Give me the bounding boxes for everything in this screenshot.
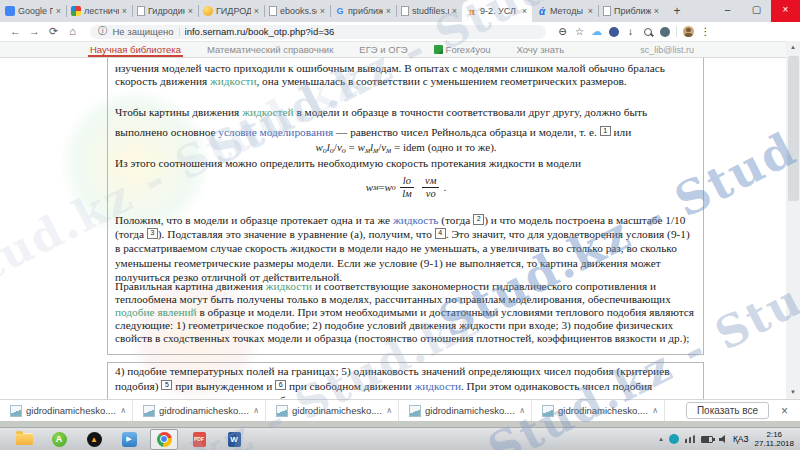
- download-filename: gidrodinamichesko....gif: [159, 405, 249, 416]
- reload-button[interactable]: ⟳: [44, 22, 63, 41]
- download-helper-extension-icon[interactable]: ↓: [622, 26, 639, 37]
- sitenav-math-reference[interactable]: Математический справочник: [207, 42, 333, 57]
- tab-close-icon[interactable]: ×: [188, 6, 193, 16]
- network-signal-icon[interactable]: [685, 435, 695, 443]
- window-maximize-button[interactable]: ▢: [742, 0, 771, 22]
- download-item[interactable]: gidrodinamichesko....gif ∧: [399, 400, 532, 421]
- formula-ref[interactable]: 4: [435, 228, 446, 239]
- download-menu-caret-icon[interactable]: ∧: [386, 406, 392, 415]
- address-bar[interactable]: ⓘ Не защищено info.sernam.ru/book_otp.ph…: [90, 25, 546, 39]
- taskbar-media-app-button[interactable]: ▲: [80, 429, 108, 450]
- scroll-down-arrow[interactable]: ▼: [786, 386, 800, 399]
- taskbar-green-app-button[interactable]: A: [45, 429, 73, 450]
- browser-menu-button[interactable]: ⋮: [697, 26, 714, 37]
- tab-close-icon[interactable]: ×: [452, 6, 457, 16]
- formula-ref[interactable]: 1: [600, 126, 611, 137]
- show-all-downloads-button[interactable]: Показать все: [686, 402, 769, 419]
- tab-label: Приближ: [614, 6, 651, 16]
- download-item[interactable]: gidrodinamichesko....gif ∧: [133, 400, 266, 421]
- round-icon: [609, 27, 619, 37]
- inline-link[interactable]: жидкости: [266, 280, 312, 292]
- inline-link[interactable]: жидкости: [210, 75, 256, 87]
- inline-link[interactable]: жидкости: [414, 380, 460, 392]
- tab-close-icon[interactable]: ×: [56, 6, 61, 16]
- taskbar-pdf-button[interactable]: PDF: [185, 429, 213, 450]
- scrollbar-thumb[interactable]: [788, 56, 799, 201]
- download-item[interactable]: gidrodinamichesko....gif ∧: [0, 400, 133, 421]
- formula-ref[interactable]: 6: [275, 380, 286, 391]
- taskbar-explorer-button[interactable]: [10, 429, 38, 450]
- tab-metody[interactable]: ά Методы ×: [532, 0, 598, 22]
- omnibox-divider: [179, 27, 180, 36]
- cloud-extension-icon[interactable]: ☁: [588, 25, 605, 38]
- inline-link[interactable]: жидкостей: [242, 106, 293, 118]
- taskbar-word-button[interactable]: W: [220, 429, 248, 450]
- paragraph-1: изучения моделей часто приходили к ошибо…: [115, 62, 697, 89]
- formula-ref[interactable]: 2: [473, 214, 484, 225]
- chrome-icon: [157, 432, 172, 447]
- taskbar-chrome-button[interactable]: [150, 429, 178, 450]
- tab-studfiles[interactable]: studfiles.n ×: [396, 0, 462, 22]
- sitenav-want-to-know[interactable]: Хочу знать: [517, 42, 565, 57]
- home-button[interactable]: ⌂: [63, 22, 82, 41]
- text-segment: .: [443, 181, 446, 193]
- tab-close-icon[interactable]: ×: [522, 6, 527, 16]
- tray-expand-icon[interactable]: ▴: [659, 435, 663, 443]
- back-button[interactable]: ←: [6, 22, 25, 41]
- text-segment: = idem (одно и то же).: [391, 141, 496, 153]
- tab-close-icon[interactable]: ×: [254, 6, 259, 16]
- tab-ebooks[interactable]: ebooks.se ×: [264, 0, 330, 22]
- new-tab-button[interactable]: +: [664, 0, 690, 22]
- formula-ref[interactable]: 3: [147, 228, 158, 239]
- inline-link[interactable]: условие моделирования: [218, 126, 333, 138]
- tab-google-translate[interactable]: Google П ×: [0, 0, 66, 22]
- tab-gidrodin[interactable]: Гидродин ×: [132, 0, 198, 22]
- tab-close-icon[interactable]: ×: [588, 6, 593, 16]
- text-segment: =: [346, 141, 358, 153]
- forward-button[interactable]: →: [25, 22, 44, 41]
- tray-clock[interactable]: 2:16 27.11.2018: [755, 430, 794, 448]
- tab-close-icon[interactable]: ×: [122, 6, 127, 16]
- tab-gidrodi[interactable]: ГИДРОДИ ×: [198, 0, 264, 22]
- tray-app-icon[interactable]: [669, 434, 679, 444]
- keyboard-language[interactable]: ҚАЗ: [733, 434, 749, 444]
- browser-toolbar: ← → ⟳ ⌂ ⓘ Не защищено info.sernam.ru/boo…: [0, 22, 800, 41]
- tab-close-icon[interactable]: ×: [386, 6, 391, 16]
- download-menu-caret-icon[interactable]: ∧: [519, 406, 525, 415]
- window-close-button[interactable]: ×: [771, 0, 800, 22]
- proxy-extension-icon[interactable]: [605, 27, 622, 37]
- bookmark-star-icon[interactable]: ☆: [571, 26, 588, 37]
- tab-active-9-2-usl[interactable]: π 9-2. УСЛ ×: [462, 0, 532, 22]
- download-item[interactable]: gidrodinamichesko....gif ∧: [266, 400, 399, 421]
- download-menu-caret-icon[interactable]: ∧: [652, 406, 658, 415]
- vertical-scrollbar[interactable]: ▲ ▼: [786, 41, 800, 399]
- download-filename: gidrodinamichesko....gif: [292, 405, 382, 416]
- forex-icon: [434, 45, 443, 54]
- downloads-bar-close-icon[interactable]: ×: [781, 404, 788, 418]
- tab-priblizh[interactable]: Приближ ×: [598, 0, 664, 22]
- download-menu-caret-icon[interactable]: ∧: [120, 406, 126, 415]
- battery-icon[interactable]: [701, 436, 713, 443]
- sitenav-forex4you[interactable]: Forex4you: [434, 42, 491, 57]
- download-menu-caret-icon[interactable]: ∧: [253, 406, 259, 415]
- window-minimize-button[interactable]: –: [713, 0, 742, 22]
- volume-icon[interactable]: [719, 435, 727, 443]
- tab-priblizh-google[interactable]: G приближ ×: [330, 0, 396, 22]
- inline-link[interactable]: подобие явлений: [115, 306, 197, 318]
- sitenav-science-library[interactable]: Научная библиотека: [90, 42, 181, 57]
- tab-close-icon[interactable]: ×: [654, 6, 659, 16]
- info-icon[interactable]: ⓘ: [98, 25, 108, 38]
- tab-lestnichn[interactable]: лестничн ×: [66, 0, 132, 22]
- profile-avatar[interactable]: [680, 26, 697, 37]
- zoom-out-icon[interactable]: ⊖: [554, 26, 571, 37]
- inline-link[interactable]: жидкость: [393, 214, 439, 226]
- download-item[interactable]: gidrodinamichesko....gif ∧: [532, 400, 665, 421]
- text-segment: w: [358, 141, 365, 153]
- taskbar-player-button[interactable]: ▶: [115, 429, 143, 450]
- scroll-up-arrow[interactable]: ▲: [786, 41, 800, 54]
- formula-ref[interactable]: 5: [161, 380, 172, 391]
- search-extension-icon[interactable]: [639, 28, 656, 36]
- sitenav-ege-oge[interactable]: ЕГЭ и ОГЭ: [359, 42, 407, 57]
- tab-close-icon[interactable]: ×: [320, 6, 325, 16]
- extension-icon[interactable]: [656, 27, 673, 37]
